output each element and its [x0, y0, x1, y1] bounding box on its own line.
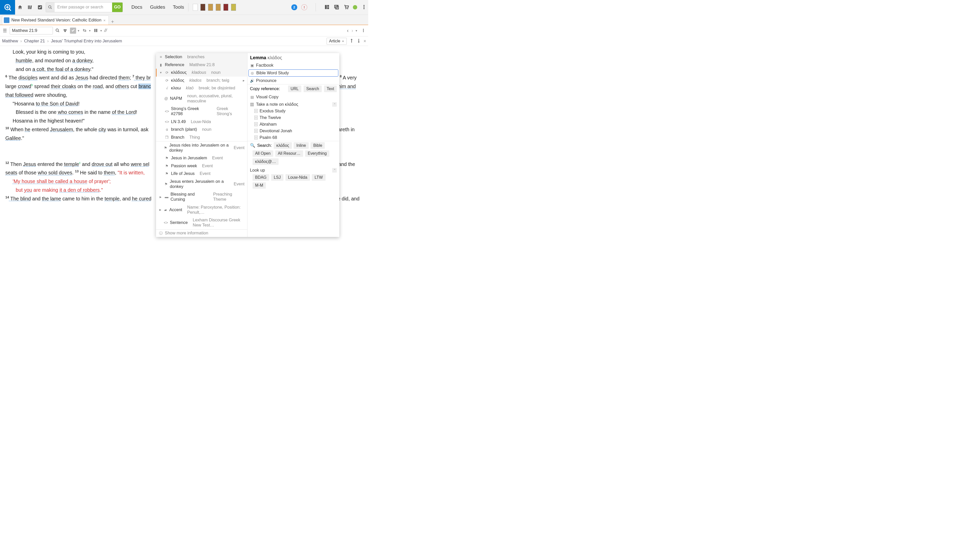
- article-dropdown[interactable]: Article▼: [326, 38, 347, 45]
- search-input[interactable]: [55, 3, 112, 12]
- verse-num[interactable]: 10: [5, 126, 9, 130]
- copy-button[interactable]: [334, 4, 339, 10]
- cart-button[interactable]: [344, 4, 349, 10]
- lookup-pill[interactable]: M-M: [253, 182, 266, 189]
- word[interactable]: the lame: [42, 196, 61, 201]
- word[interactable]: their cloaks: [51, 83, 76, 89]
- search-pill[interactable]: κλάδος@…: [253, 158, 279, 165]
- word[interactable]: of the Lord: [112, 109, 135, 115]
- nav-back-icon[interactable]: ‹: [347, 27, 349, 33]
- parallel-button[interactable]: //: [105, 28, 107, 33]
- home-button[interactable]: [15, 0, 25, 14]
- lookup-pill[interactable]: LTW: [312, 174, 325, 181]
- copy-search-button[interactable]: Search: [304, 86, 322, 92]
- interlinear-icon[interactable]: [82, 27, 88, 33]
- app-logo[interactable]: [0, 0, 15, 14]
- find-icon[interactable]: [55, 27, 60, 33]
- lookup-pill[interactable]: LSJ: [271, 174, 283, 181]
- ctx-ln-row[interactable]: <>LN 3.49 Louw-Nida: [156, 118, 247, 126]
- bible-word-study-link[interactable]: ◎Bible Word Study: [248, 70, 338, 76]
- search-pill[interactable]: All Resour…: [275, 150, 303, 157]
- contents-button[interactable]: ☰: [2, 28, 8, 33]
- ctx-sense-row[interactable]: αbranch (plant) noun: [156, 126, 247, 134]
- ctx-root-row[interactable]: ⟳κλάδος klados branch; twig▸: [156, 76, 247, 84]
- lookup-pill[interactable]: BDAG: [253, 174, 269, 181]
- word[interactable]: you: [24, 187, 32, 193]
- close-locator-icon[interactable]: ×: [364, 38, 366, 44]
- verse-num[interactable]: 12: [5, 161, 9, 165]
- word[interactable]: it a den of robbers: [59, 187, 100, 193]
- dropdown-caret-icon[interactable]: ▼: [77, 29, 80, 32]
- panel-kebab-icon[interactable]: [361, 27, 366, 33]
- breadcrumb-chapter[interactable]: Chapter 21: [24, 38, 45, 44]
- next-article-icon[interactable]: 🠗: [356, 38, 361, 44]
- word[interactable]: them: [118, 75, 129, 80]
- menu-guides[interactable]: Guides: [150, 4, 165, 10]
- visual-filters-icon[interactable]: [62, 27, 68, 33]
- nav-forward-icon[interactable]: ›: [352, 27, 353, 33]
- prev-article-icon[interactable]: 🠕: [349, 38, 354, 44]
- word[interactable]: a colt, the foal of a donkey: [32, 66, 91, 72]
- selected-word[interactable]: branc: [138, 83, 151, 89]
- notification-badge[interactable]: 2: [291, 4, 297, 10]
- breadcrumb-section[interactable]: Jesus' Triumphal Entry into Jerusalem: [51, 38, 122, 44]
- notebook-item[interactable]: Abraham: [247, 121, 339, 127]
- breadcrumb-book[interactable]: Matthew: [2, 38, 18, 44]
- kebab-menu[interactable]: [361, 4, 367, 10]
- word[interactable]: temple: [64, 161, 79, 167]
- ctx-event-row[interactable]: ⚑Jesus enters Jerusalem on a donkey Even…: [156, 178, 247, 191]
- menu-docs[interactable]: Docs: [132, 4, 143, 10]
- shortcut-item[interactable]: [193, 4, 198, 11]
- shortcut-item[interactable]: [216, 4, 221, 11]
- reference-input[interactable]: Matthew 21:9: [10, 27, 53, 35]
- word[interactable]: them: [104, 170, 115, 175]
- word[interactable]: humble: [16, 58, 32, 63]
- word[interactable]: that followed: [5, 92, 33, 98]
- word[interactable]: Jesus: [23, 161, 36, 167]
- word[interactable]: disciples: [18, 75, 38, 80]
- footnote-marker[interactable]: b: [31, 83, 33, 87]
- library-button[interactable]: [25, 0, 35, 14]
- word[interactable]: crowd: [18, 83, 31, 89]
- search-pill[interactable]: Everything: [305, 150, 329, 157]
- ctx-thing-row[interactable]: ❒Branch Thing: [156, 134, 247, 142]
- ctx-accent-row[interactable]: ▶▰Accent Name: Paroxytone, Position: Pen…: [156, 204, 247, 207]
- word[interactable]: Galilee: [5, 135, 21, 141]
- word[interactable]: Jesus: [75, 75, 88, 80]
- add-tab-button[interactable]: +: [109, 19, 116, 25]
- search-pill[interactable]: κλάδος: [274, 142, 292, 149]
- shortcut-item[interactable]: [200, 4, 205, 11]
- word[interactable]: a donkey: [72, 58, 92, 63]
- inline-toggle[interactable]: [70, 27, 76, 34]
- ctx-root2-row[interactable]: √κλαω klaō break; be disjointed: [156, 84, 247, 92]
- word[interactable]: Jerusalem: [50, 127, 73, 132]
- ctx-selection-row[interactable]: ≡Selection branches: [156, 53, 247, 61]
- lookup-pill[interactable]: Louw-Nida: [285, 174, 310, 181]
- ctx-event-row[interactable]: ⚑Jesus rides into Jerusalem on a donkey …: [156, 142, 247, 154]
- ctx-event-row[interactable]: ⚑Life of Jesus Event: [156, 170, 247, 178]
- verse-num[interactable]: 13: [75, 170, 79, 174]
- word[interactable]: he: [25, 127, 30, 132]
- search-pill[interactable]: All Open: [253, 150, 274, 157]
- verse-num[interactable]: 8: [340, 75, 342, 78]
- word[interactable]: he cured: [132, 196, 151, 201]
- copy-text-button[interactable]: Text: [324, 86, 337, 92]
- chevron-up-icon[interactable]: ⌃: [332, 102, 337, 107]
- columns-icon[interactable]: [93, 27, 99, 33]
- search-pill[interactable]: Inline: [294, 142, 309, 149]
- menu-tools[interactable]: Tools: [173, 4, 184, 10]
- ctx-lemma-row[interactable]: ▼⟳κλάδους kladous noun: [156, 68, 247, 76]
- go-button[interactable]: GO: [112, 3, 123, 12]
- shortcut-item[interactable]: [231, 4, 236, 11]
- word[interactable]: who comes: [58, 109, 83, 115]
- sync-alert-badge[interactable]: !: [301, 4, 307, 10]
- history-caret-icon[interactable]: ▼: [355, 29, 358, 32]
- ctx-morph-row[interactable]: @NAPM noun, accusative, plural, masculin…: [156, 92, 247, 105]
- copy-url-button[interactable]: URL: [288, 86, 302, 92]
- lookup-section[interactable]: Look up⌃: [247, 166, 339, 174]
- word[interactable]: city: [99, 127, 106, 132]
- verse-num[interactable]: 7: [132, 75, 134, 78]
- word[interactable]: him and: [338, 83, 356, 89]
- checklist-button[interactable]: [35, 0, 45, 14]
- ctx-strongs-row[interactable]: <>Strong's Greek #2798 Greek Strong's: [156, 105, 247, 118]
